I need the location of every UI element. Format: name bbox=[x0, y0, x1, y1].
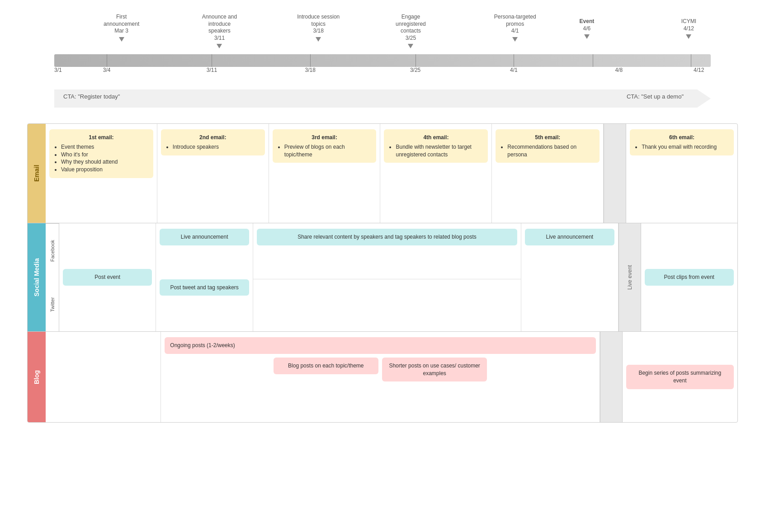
blog-card-ongoing: Ongoing posts (1-2/weeks) bbox=[165, 337, 595, 354]
email-card-1st: 1st email: Event themes Who it's for Why… bbox=[49, 129, 153, 178]
email-col-1: 2nd email: Introduce speakers bbox=[157, 124, 269, 223]
blog-col-1-4: Ongoing posts (1-2/weeks) Blog posts on … bbox=[161, 332, 600, 422]
social-card-post-tweet: Post tweet and tag speakers bbox=[160, 279, 249, 296]
timeline-label-2: Introduce sessiontopics3/18 bbox=[297, 14, 340, 43]
date-6: 4/8 bbox=[615, 67, 623, 73]
date-5: 4/1 bbox=[510, 67, 518, 73]
email-card-4th: 4th email: Bundle with newsletter to tar… bbox=[384, 129, 488, 163]
email-row-label: Email bbox=[28, 124, 46, 223]
blog-card-blog-posts: Blog posts on each topic/theme bbox=[274, 358, 378, 374]
social-col-0: Post event bbox=[59, 223, 156, 331]
blog-card-shorter-posts: Shorter posts on use cases/ customer exa… bbox=[382, 358, 487, 382]
date-1: 3/4 bbox=[103, 67, 111, 73]
date-4: 3/25 bbox=[410, 67, 420, 73]
social-row-label: Social Media bbox=[28, 223, 46, 331]
date-2: 3/11 bbox=[207, 67, 217, 73]
social-col-2-4: Share relevant content by speakers and t… bbox=[253, 223, 521, 331]
social-col-4: Live announcement bbox=[521, 223, 618, 331]
timeline-label-1: Announce andintroducespeakers3/11 bbox=[202, 14, 237, 51]
cta-section: CTA: "Register today" CTA: "Set up a dem… bbox=[54, 87, 711, 110]
blog-card-summarizing: Begin series of posts summarizing event bbox=[626, 365, 734, 389]
email-card-2nd: 2nd email: Introduce speakers bbox=[161, 129, 265, 155]
blog-row-label: Blog bbox=[28, 332, 46, 422]
email-card-5th: 5th email: Recommendations based on pers… bbox=[496, 129, 600, 163]
blog-col-0 bbox=[46, 332, 161, 422]
social-card-live-ann-2: Live announcement bbox=[525, 229, 614, 245]
email-col-3: 4th email: Bundle with newsletter to tar… bbox=[380, 124, 492, 223]
cta-left: CTA: "Register today" bbox=[63, 93, 120, 100]
blog-subcols: Blog posts on each topic/theme Shorter p… bbox=[165, 358, 595, 417]
facebook-sublabel: Facebook bbox=[46, 223, 59, 278]
timeline-bar bbox=[54, 54, 711, 67]
blog-row: Blog Ongoing posts (1-2/weeks) Blog post… bbox=[28, 332, 737, 422]
social-col-post: Post clips from event bbox=[641, 223, 737, 331]
blog-subcol-0 bbox=[165, 358, 269, 417]
email-card-3rd: 3rd email: Preview of blogs on each topi… bbox=[273, 129, 377, 163]
blog-subcol-1: Blog posts on each topic/theme bbox=[274, 358, 378, 417]
timeline-label-0: FirstannouncementMar 3 bbox=[104, 14, 139, 43]
social-card-post-event: Post event bbox=[63, 269, 152, 286]
timeline-label-5: Event4/6 bbox=[580, 18, 595, 41]
blog-col-post: Begin series of posts summarizing event bbox=[623, 332, 737, 422]
timeline-label-3: Engageunregisteredcontacts3/25 bbox=[396, 14, 426, 51]
timeline-label-6: ICYMI4/12 bbox=[681, 18, 696, 41]
timeline-label-4: Persona-targetedpromos4/1 bbox=[494, 14, 536, 43]
date-7: 4/12 bbox=[694, 67, 704, 73]
date-3: 3/18 bbox=[305, 67, 316, 73]
cta-right: CTA: "Set up a demo" bbox=[627, 93, 684, 100]
timeline-dates: 3/1 3/4 3/11 3/18 3/25 4/1 4/8 4/12 bbox=[54, 67, 711, 80]
email-row: Email 1st email: Event themes Who it's f… bbox=[28, 124, 737, 223]
email-col-0: 1st email: Event themes Who it's for Why… bbox=[46, 124, 157, 223]
social-card-live-ann-1: Live announcement bbox=[160, 229, 249, 245]
social-col-1: Live announcement Post tweet and tag spe… bbox=[156, 223, 253, 331]
email-col-4: 5th email: Recommendations based on pers… bbox=[492, 124, 604, 223]
social-row: Social Media Facebook Twitter Post event… bbox=[28, 223, 737, 332]
social-event-divider: Live event bbox=[619, 223, 641, 331]
email-col-2: 3rd email: Preview of blogs on each topi… bbox=[269, 124, 381, 223]
email-event-divider bbox=[604, 124, 626, 223]
timeline-section: FirstannouncementMar 3 Announce andintro… bbox=[27, 14, 738, 110]
blog-subcol-3 bbox=[491, 358, 595, 417]
main-container: FirstannouncementMar 3 Announce andintro… bbox=[0, 0, 765, 436]
social-card-post-clips: Post clips from event bbox=[645, 269, 734, 286]
blog-cols: Ongoing posts (1-2/weeks) Blog posts on … bbox=[46, 332, 737, 422]
email-cols: 1st email: Event themes Who it's for Why… bbox=[46, 124, 737, 223]
social-sublabels: Facebook Twitter bbox=[46, 223, 59, 331]
blog-event-divider bbox=[600, 332, 623, 422]
date-0: 3/1 bbox=[54, 67, 62, 73]
cta-arrow bbox=[54, 89, 711, 108]
social-card-share-relevant: Share relevant content by speakers and t… bbox=[257, 229, 517, 245]
email-card-6th: 6th email: Thank you email with recordin… bbox=[630, 129, 734, 155]
blog-subcol-2: Shorter posts on use cases/ customer exa… bbox=[382, 358, 487, 417]
timeline-top-labels: FirstannouncementMar 3 Announce andintro… bbox=[54, 14, 711, 54]
content-grid: Email 1st email: Event themes Who it's f… bbox=[27, 123, 738, 423]
twitter-sublabel: Twitter bbox=[46, 278, 59, 331]
email-col-post: 6th email: Thank you email with recordin… bbox=[626, 124, 737, 223]
social-cols: Post event Live announcement Post tweet … bbox=[59, 223, 737, 331]
